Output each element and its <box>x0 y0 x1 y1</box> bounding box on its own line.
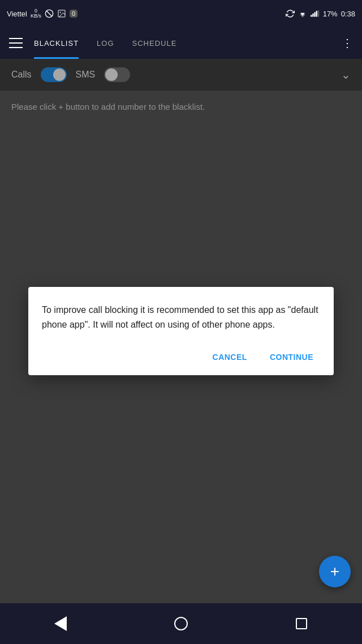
svg-rect-10 <box>317 10 318 16</box>
nav-tabs: BLACKLIST LOG SCHEDULE <box>34 27 330 59</box>
signal-icon <box>311 10 320 18</box>
dialog: To improve call blocking it is recommend… <box>28 287 334 375</box>
carrier-name: Viettel <box>7 10 27 18</box>
svg-line-1 <box>46 11 52 16</box>
notification-count: 0 <box>70 10 77 18</box>
recents-button[interactable] <box>291 613 312 634</box>
battery-level: 17% <box>323 10 338 18</box>
svg-rect-9 <box>316 11 317 16</box>
status-left: Viettel 0 KB/s 0 <box>7 8 77 19</box>
add-fab-button[interactable]: + <box>319 556 351 587</box>
bottom-nav <box>0 603 362 644</box>
tab-schedule[interactable]: SCHEDULE <box>132 27 177 59</box>
svg-rect-6 <box>311 15 312 16</box>
block-icon <box>45 9 54 18</box>
home-button[interactable] <box>171 613 191 634</box>
nav-bar: BLACKLIST LOG SCHEDULE ⋮ <box>0 27 362 59</box>
status-bar: Viettel 0 KB/s 0 17% 0:38 <box>0 0 362 27</box>
home-icon <box>174 617 188 630</box>
clock: 0:38 <box>341 10 355 18</box>
dialog-actions: CANCEL CONTINUE <box>42 348 320 366</box>
hamburger-icon[interactable] <box>9 38 23 48</box>
status-right: 17% 0:38 <box>286 9 355 18</box>
back-button[interactable] <box>50 613 71 634</box>
cancel-button[interactable]: CANCEL <box>206 348 254 366</box>
svg-rect-8 <box>314 12 315 17</box>
svg-marker-5 <box>299 14 305 17</box>
svg-point-3 <box>60 12 61 13</box>
continue-button[interactable]: CONTINUE <box>263 348 320 366</box>
image-icon <box>57 9 66 18</box>
tab-blacklist[interactable]: BLACKLIST <box>34 27 79 59</box>
more-options-icon[interactable]: ⋮ <box>342 36 353 50</box>
back-icon <box>54 616 67 631</box>
dialog-overlay: To improve call blocking it is recommend… <box>0 59 362 603</box>
recents-icon <box>296 618 307 629</box>
sync-icon <box>286 9 295 18</box>
kb-indicator: 0 KB/s <box>31 8 41 19</box>
add-icon: + <box>330 563 339 581</box>
svg-rect-7 <box>312 14 313 17</box>
wifi-icon <box>298 9 307 18</box>
dialog-message: To improve call blocking it is recommend… <box>42 303 320 332</box>
tab-log[interactable]: LOG <box>97 27 114 59</box>
